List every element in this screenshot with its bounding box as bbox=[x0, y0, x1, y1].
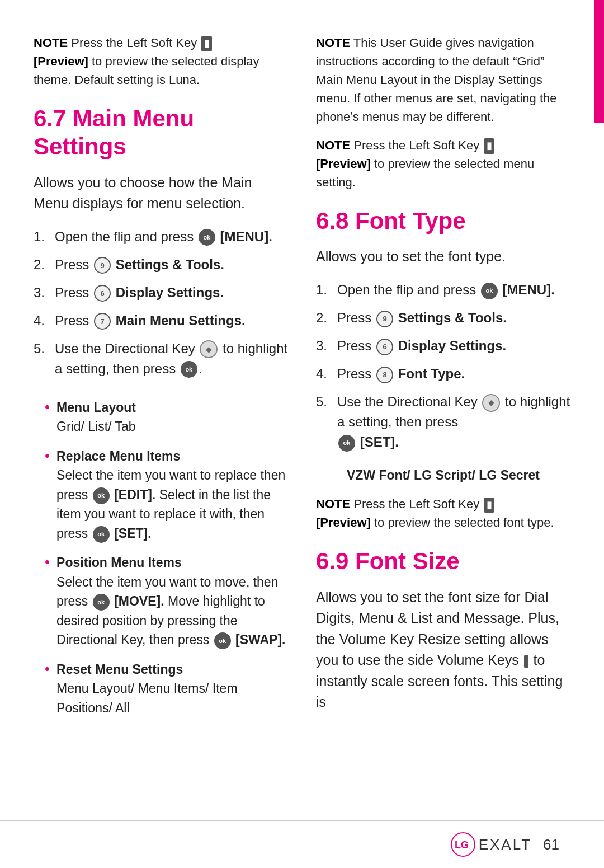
step-4: 4. Press 7 Main Menu Settings. bbox=[34, 311, 288, 331]
section-68-heading: 6.8 Font Type bbox=[316, 207, 570, 235]
r-step-2: 2. Press 9 Settings & Tools. bbox=[316, 308, 570, 328]
note-label-mid: NOTE bbox=[316, 138, 350, 152]
r-icon-8: 8 bbox=[376, 367, 393, 383]
footer-brand: EXALT bbox=[479, 836, 532, 853]
section-67-intro: Allows you to choose how the Main Menu d… bbox=[34, 172, 288, 214]
note-bottom-68: NOTE Press the Left Soft Key ▮ [Preview]… bbox=[316, 495, 570, 532]
note-top-right: NOTE This User Guide gives navigation in… bbox=[316, 34, 570, 126]
right-column: NOTE This User Guide gives navigation in… bbox=[316, 34, 570, 820]
step-1: 1. Open the flip and press ok [MENU]. bbox=[34, 227, 288, 247]
r-icon-9: 9 bbox=[376, 311, 393, 327]
directional-key-icon bbox=[200, 340, 218, 358]
icon-7: 7 bbox=[94, 313, 111, 330]
ok-icon-move: ok bbox=[93, 594, 110, 611]
footer-page-number: 61 bbox=[543, 836, 559, 853]
volume-key-icon bbox=[524, 655, 528, 668]
section-67-steps: 1. Open the flip and press ok [MENU]. 2.… bbox=[34, 227, 288, 387]
pink-accent-bar bbox=[594, 0, 604, 123]
note-label-bottom68: NOTE bbox=[316, 497, 350, 511]
ok-icon-swap: ok bbox=[214, 632, 231, 649]
left-column: NOTE Press the Left Soft Key ▮ [Preview]… bbox=[34, 34, 288, 820]
step-2: 2. Press 9 Settings & Tools. bbox=[34, 255, 288, 275]
ok-icon-r1: ok bbox=[481, 283, 498, 299]
note-text-mid: Press the Left Soft Key bbox=[353, 138, 483, 152]
r-icon-6: 6 bbox=[376, 339, 393, 355]
note-text-bottom68-1: Press the Left Soft Key bbox=[353, 497, 483, 511]
note-text-right: This User Guide gives navigation instruc… bbox=[316, 36, 556, 124]
note-middle-right: NOTE Press the Left Soft Key ▮ [Preview]… bbox=[316, 136, 570, 191]
lg-logo-icon: LG bbox=[451, 832, 475, 857]
ok-icon-edit: ok bbox=[93, 487, 110, 504]
footer: LG EXALT 61 bbox=[0, 820, 604, 868]
note-bracket-bottom68: [Preview] bbox=[316, 515, 371, 529]
soft-key-icon-bottom: ▮ bbox=[484, 498, 494, 513]
section-69-intro: Allows you to set the font size for Dial… bbox=[316, 587, 570, 713]
section-68-steps: 1. Open the flip and press ok [MENU]. 2.… bbox=[316, 280, 570, 460]
section-68-intro: Allows you to set the font type. bbox=[316, 246, 570, 268]
svg-text:LG: LG bbox=[455, 839, 469, 851]
bullet-list-67: • Menu Layout Grid/ List/ Tab • Replace … bbox=[45, 398, 288, 728]
bullet-reset-menu: • Reset Menu Settings Menu Layout/ Menu … bbox=[45, 660, 288, 718]
note-label-right: NOTE bbox=[316, 36, 350, 50]
content-area: NOTE Press the Left Soft Key ▮ [Preview]… bbox=[0, 0, 604, 820]
ok-icon: ok bbox=[199, 229, 215, 246]
ok-icon-r5: ok bbox=[338, 435, 355, 452]
lg-svg-icon: LG bbox=[455, 838, 471, 851]
ok-icon-set: ok bbox=[93, 526, 110, 543]
note-text1: Press the Left Soft Key bbox=[71, 36, 200, 50]
note-bracket: [Preview] bbox=[34, 54, 88, 68]
section-67-heading: 6.7 Main Menu Settings bbox=[34, 105, 288, 161]
r-step-5: 5. Use the Directional Key to highlight … bbox=[316, 392, 570, 452]
r-directional-key-icon bbox=[482, 394, 500, 412]
r-step-3: 3. Press 6 Display Settings. bbox=[316, 336, 570, 356]
font-options: VZW Font/ LG Script/ LG Secret bbox=[347, 466, 570, 485]
ok-icon-2: ok bbox=[181, 361, 197, 378]
bullet-replace-menu: • Replace Menu Items Select the item you… bbox=[45, 447, 288, 543]
bullet-position-menu: • Position Menu Items Select the item yo… bbox=[45, 553, 288, 650]
icon-9: 9 bbox=[94, 257, 111, 274]
note-text-bottom68-2: to preview the selected font type. bbox=[374, 515, 554, 529]
note-label: NOTE bbox=[34, 36, 68, 50]
r-step-4: 4. Press 8 Font Type. bbox=[316, 364, 570, 384]
step-3: 3. Press 6 Display Settings. bbox=[34, 283, 288, 303]
section-69-heading: 6.9 Font Size bbox=[316, 547, 570, 575]
soft-key-icon: ▮ bbox=[201, 36, 212, 51]
soft-key-icon-mid: ▮ bbox=[484, 138, 494, 154]
bullet-menu-layout: • Menu Layout Grid/ List/ Tab bbox=[45, 398, 288, 437]
footer-logo-area: LG bbox=[451, 832, 475, 857]
r-step-1: 1. Open the flip and press ok [MENU]. bbox=[316, 280, 570, 300]
page: NOTE Press the Left Soft Key ▮ [Preview]… bbox=[0, 0, 604, 868]
step-5: 5. Use the Directional Key to highlight … bbox=[34, 339, 288, 379]
note-bracket-mid: [Preview] bbox=[316, 157, 371, 171]
icon-6: 6 bbox=[94, 285, 111, 302]
note-top-left: NOTE Press the Left Soft Key ▮ [Preview]… bbox=[34, 34, 288, 89]
